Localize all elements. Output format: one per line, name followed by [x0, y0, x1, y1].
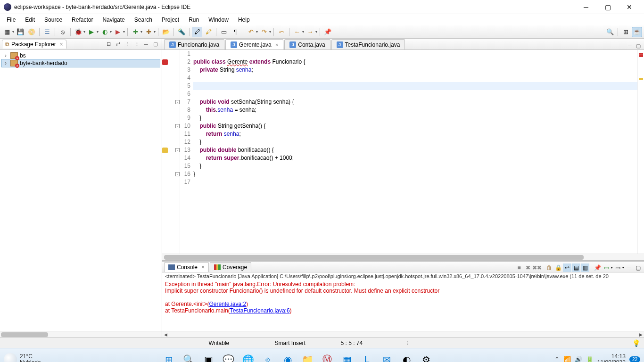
toggle-breadcrumb-button[interactable]: ☰ [42, 27, 52, 37]
scroll-left-icon[interactable]: ◀ [162, 331, 169, 338]
scroll-lock-button[interactable]: 🔒 [554, 263, 562, 272]
collapse-all-button[interactable]: ⊟ [104, 40, 113, 49]
task-view-button[interactable]: ▣ [200, 351, 217, 362]
app-icon[interactable]: L [358, 351, 375, 362]
fold-icon[interactable]: - [175, 148, 180, 152]
tree-item-bs[interactable]: › bs [2, 52, 160, 59]
stack-link[interactable]: Gerente.java:2 [209, 301, 246, 307]
edge-icon[interactable]: ◉ [279, 351, 296, 362]
mark-occurrences-button[interactable]: 🖍 [203, 27, 214, 37]
debug-button[interactable]: 🐞 [73, 27, 83, 37]
notification-badge[interactable]: 22 [629, 356, 640, 362]
chat-button[interactable]: 💬 [220, 351, 237, 362]
weather-widget[interactable]: 21°C Nublado [4, 353, 41, 362]
new-java-button[interactable]: ✚ [130, 27, 140, 37]
menu-file[interactable]: File [2, 16, 20, 24]
save-button[interactable]: 💾 [15, 27, 25, 37]
focus-button[interactable]: ⁝ [123, 40, 132, 49]
console-output[interactable]: Exception in thread "main" java.lang.Err… [162, 280, 644, 331]
tray-chevron-icon[interactable]: ⌃ [554, 356, 560, 362]
search-button[interactable]: 🔦 [176, 27, 187, 37]
package-explorer-tab[interactable]: ⧉ Package Explorer × [2, 40, 66, 49]
link-editor-button[interactable]: ⇄ [114, 40, 122, 49]
menu-search[interactable]: Search [130, 16, 157, 24]
editor-tab[interactable]: JFuncionario.java [164, 39, 224, 49]
close-tab-icon[interactable]: × [275, 42, 278, 48]
run-last-button[interactable]: ▶ [113, 27, 123, 37]
coverage-button[interactable]: ◐ [99, 27, 110, 37]
editor-tab[interactable]: JGerente.java× [225, 39, 283, 49]
overview-ruler[interactable] [637, 50, 644, 254]
close-button[interactable]: ✕ [619, 0, 640, 14]
code-content[interactable]: public class Gerente extends Funcionario… [193, 50, 637, 254]
stack-link[interactable]: TestaFuncionario.java:6 [230, 307, 290, 314]
minimize-button[interactable]: ─ [575, 0, 597, 14]
close-icon[interactable]: × [60, 41, 63, 48]
vscode-icon[interactable]: ⟐ [259, 351, 276, 362]
open-console-button[interactable]: ▭ [613, 263, 622, 272]
toggle-mark-button[interactable]: 🖊 [192, 27, 202, 37]
editor-tab[interactable]: JConta.java [284, 39, 330, 49]
remove-launch-button[interactable]: ✖ [524, 263, 532, 272]
menu-edit[interactable]: Edit [20, 16, 40, 24]
block-selection-button[interactable]: ▭ [219, 27, 229, 37]
maximize-button[interactable]: ▢ [597, 0, 619, 14]
error-marker[interactable] [639, 53, 643, 55]
menu-run[interactable]: Run [184, 16, 204, 24]
warning-marker[interactable] [639, 78, 643, 80]
gutter[interactable]: ---- [162, 50, 180, 254]
skip-breakpoints-button[interactable]: ⦸ [58, 27, 68, 37]
menu-window[interactable]: Window [204, 16, 233, 24]
clock[interactable]: 14:13 11/09/2022 [597, 354, 626, 362]
mcafee-icon[interactable]: Ⓜ [319, 351, 336, 362]
store-icon[interactable]: ▦ [339, 351, 355, 362]
twisty-icon[interactable]: › [3, 52, 8, 59]
pin-editor-button[interactable]: 📌 [322, 27, 333, 37]
tip-icon[interactable]: 💡 [632, 339, 640, 347]
maximize-view-button[interactable]: ▢ [151, 40, 160, 49]
tree-item-byte-bank[interactable]: › byte-bank-herdado [2, 59, 160, 67]
view-menu-button[interactable]: ⋮ [132, 40, 141, 49]
fold-icon[interactable]: - [175, 124, 180, 128]
word-wrap-button[interactable]: ↩ [563, 263, 571, 272]
battery-icon[interactable]: 🔋 [586, 356, 594, 362]
display-console-button[interactable]: ▭ [602, 263, 611, 272]
remove-all-button[interactable]: ✖✖ [533, 263, 541, 272]
menu-source[interactable]: Source [40, 16, 67, 24]
search-access-button[interactable]: 🔍 [605, 27, 615, 37]
menu-refactor[interactable]: Refactor [67, 16, 98, 24]
minimize-editor-button[interactable]: ─ [626, 42, 634, 49]
minimize-view-button[interactable]: ─ [142, 40, 150, 49]
open-type-button[interactable]: 📂 [161, 27, 171, 37]
prev-annotation-button[interactable]: ↶ [246, 27, 256, 37]
warning-gutter-icon[interactable] [162, 148, 168, 153]
open-perspective-button[interactable]: ⊞ [620, 27, 631, 37]
menu-navigate[interactable]: Navigate [98, 16, 129, 24]
fold-icon[interactable]: - [175, 172, 180, 176]
show-whitespace-button[interactable]: ¶ [230, 27, 240, 37]
terminate-button[interactable]: ■ [515, 263, 523, 272]
clear-console-button[interactable]: 🗑 [545, 263, 553, 272]
fold-icon[interactable]: - [175, 100, 180, 104]
editor-tab[interactable]: JTestaFuncionario.java [331, 39, 405, 49]
save-all-button[interactable]: 📀 [26, 27, 37, 37]
maximize-editor-button[interactable]: ▢ [635, 42, 642, 49]
show-std-err-button[interactable]: ▥ [581, 263, 589, 272]
settings-icon[interactable]: ⚙ [418, 351, 435, 362]
new-package-button[interactable]: ✚ [143, 27, 154, 37]
start-button[interactable]: ⊞ [160, 351, 177, 362]
error-gutter-icon[interactable] [162, 59, 168, 65]
forward-button[interactable]: → [305, 27, 315, 37]
minimize-console-button[interactable]: ─ [625, 263, 633, 272]
prev-edit-button[interactable]: ⤺ [276, 27, 287, 37]
volume-icon[interactable]: 🔊 [575, 356, 582, 362]
close-icon[interactable]: × [201, 264, 205, 271]
twisty-icon[interactable]: › [3, 60, 8, 66]
explorer-icon[interactable]: 📁 [299, 351, 316, 362]
new-button[interactable]: ▦ [2, 27, 12, 37]
editor-hscroll[interactable] [162, 254, 644, 260]
code-editor[interactable]: ---- 1234567891011121314151617 public cl… [162, 50, 644, 254]
chrome-icon[interactable]: 🌐 [239, 351, 256, 362]
search-taskbar-button[interactable]: 🔍 [180, 351, 197, 362]
wifi-icon[interactable]: 📶 [563, 356, 571, 362]
